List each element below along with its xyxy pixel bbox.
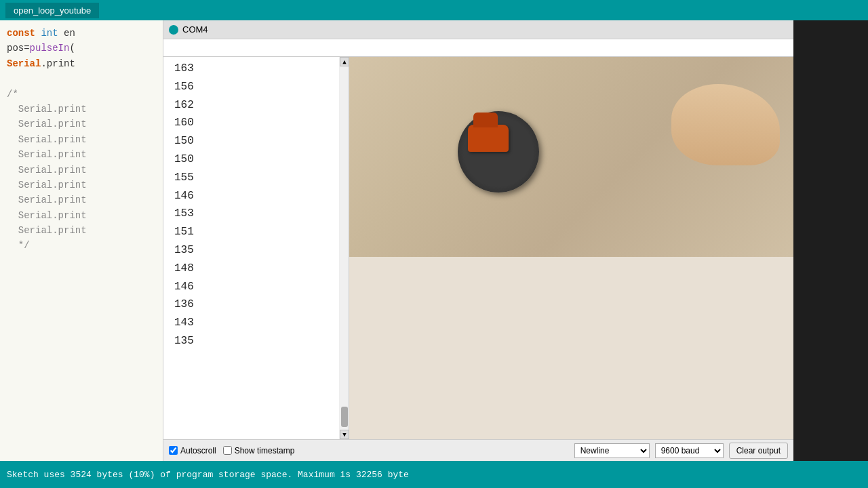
- content-area: 1631561621601501501551461531511351481461…: [163, 57, 793, 439]
- autoscroll-checkbox[interactable]: [169, 446, 178, 455]
- serial-output-line: 146: [163, 187, 339, 205]
- serial-output-line: 136: [163, 296, 339, 314]
- serial-output-line: 150: [163, 150, 339, 169]
- code-line-2: pos=pulseIn(: [0, 41, 163, 56]
- code-line-comment-close: */: [0, 238, 163, 253]
- scrollbar-thumb[interactable]: [341, 407, 348, 427]
- top-bar: open_loop_youtube: [0, 0, 868, 20]
- video-area: [349, 57, 793, 439]
- serial-monitor: COM4 16315616216015015015514615315113514…: [163, 20, 793, 461]
- serial-scrollbar: ▲ ▼: [340, 57, 349, 439]
- status-bar: Sketch uses 3524 bytes (10%) of program …: [0, 461, 868, 488]
- motor-circle: [458, 111, 539, 192]
- serial-output-line: 148: [163, 260, 339, 278]
- timestamp-checkbox[interactable]: [223, 446, 232, 455]
- serial-output-line: 160: [163, 114, 339, 132]
- code-line-comment-open: /*: [0, 87, 163, 102]
- timestamp-label: Show timestamp: [235, 446, 295, 455]
- com-header: COM4: [163, 20, 793, 39]
- main-area: const int en pos=pulseIn( Serial.print /…: [0, 20, 868, 461]
- clear-output-button[interactable]: Clear output: [729, 443, 788, 459]
- newline-select[interactable]: Newline No line ending Carriage return B…: [574, 443, 650, 458]
- code-line-c5: Serial.print: [0, 163, 163, 178]
- com-label: COM4: [182, 24, 208, 35]
- serial-output[interactable]: 1631561621601501501551461531511351481461…: [163, 57, 340, 439]
- code-line-c3: Serial.print: [0, 132, 163, 147]
- serial-output-line: 162: [163, 96, 339, 115]
- baud-select[interactable]: 300 baud 1200 baud 2400 baud 4800 baud 9…: [655, 443, 724, 458]
- serial-output-line: 135: [163, 241, 339, 260]
- scrollbar-track: [340, 66, 349, 430]
- scrollbar-arrow-down[interactable]: ▼: [340, 430, 349, 439]
- code-line-c4: Serial.print: [0, 147, 163, 162]
- status-text: Sketch uses 3524 bytes (10%) of program …: [7, 470, 409, 480]
- code-line-c2: Serial.print: [0, 117, 163, 131]
- code-line-c1: Serial.print: [0, 102, 163, 117]
- serial-input-row: [163, 39, 793, 57]
- code-line-blank: [0, 71, 163, 86]
- code-line-c7: Serial.print: [0, 192, 163, 207]
- video-placeholder: [349, 57, 793, 257]
- com-icon: [169, 25, 178, 35]
- serial-input[interactable]: [163, 39, 793, 56]
- toy-car: [468, 125, 509, 152]
- code-line-c6: Serial.print: [0, 178, 163, 192]
- toolbar-right: Newline No line ending Carriage return B…: [574, 443, 788, 459]
- autoscroll-checkbox-label[interactable]: Autoscroll: [169, 446, 216, 455]
- code-editor: const int en pos=pulseIn( Serial.print /…: [0, 20, 163, 461]
- serial-output-line: 150: [163, 132, 339, 150]
- code-line-c8: Serial.print: [0, 208, 163, 223]
- serial-output-line: 163: [163, 60, 339, 78]
- code-line-c9: Serial.print: [0, 223, 163, 238]
- code-line-3: Serial.print: [0, 56, 163, 71]
- code-line-1: const int en: [0, 26, 163, 41]
- autoscroll-label: Autoscroll: [180, 446, 216, 455]
- serial-toolbar: Autoscroll Show timestamp Newline No lin…: [163, 439, 793, 461]
- tab-label[interactable]: open_loop_youtube: [5, 3, 99, 18]
- serial-output-line: 146: [163, 278, 339, 296]
- serial-output-line: 135: [163, 332, 339, 350]
- serial-output-line: 156: [163, 78, 339, 96]
- serial-output-line: 143: [163, 314, 339, 332]
- serial-output-line: 153: [163, 205, 339, 223]
- timestamp-checkbox-label[interactable]: Show timestamp: [223, 446, 295, 455]
- scrollbar-arrow-up[interactable]: ▲: [340, 57, 349, 66]
- serial-output-line: 155: [163, 169, 339, 187]
- serial-output-line: 151: [163, 223, 339, 241]
